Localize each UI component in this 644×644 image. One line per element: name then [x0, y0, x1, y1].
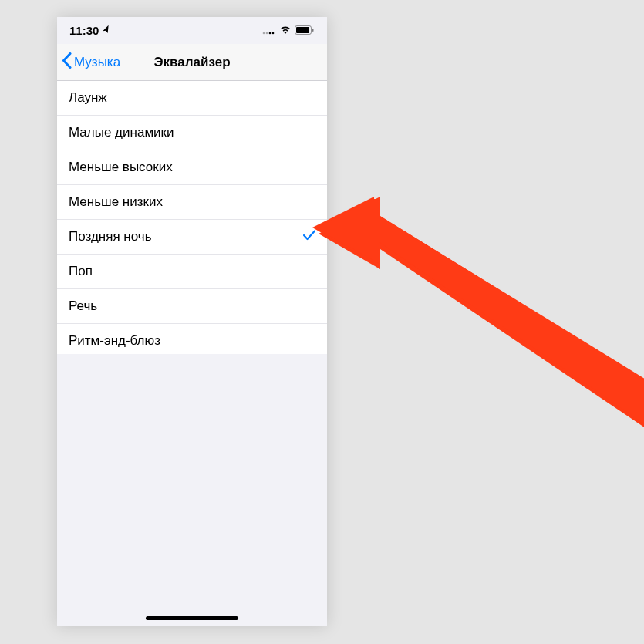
svg-point-2 [269, 32, 271, 35]
list-item-label: Меньше низких [69, 194, 163, 210]
list-item[interactable]: Поздняя ночь [57, 220, 327, 255]
back-button[interactable]: Музыка [62, 52, 120, 72]
list-item[interactable]: Меньше низких [57, 185, 327, 220]
list-item[interactable]: Меньше высоких [57, 150, 327, 185]
status-time: 11:30 [69, 24, 99, 37]
svg-rect-5 [296, 27, 309, 33]
list-item-label: Ритм-энд-блюз [69, 333, 160, 349]
list-item[interactable]: Ритм-энд-блюз [57, 324, 327, 354]
svg-point-1 [266, 32, 268, 35]
check-icon [303, 230, 315, 244]
status-right [262, 24, 315, 37]
location-icon [100, 24, 113, 37]
status-bar: 11:30 [57, 17, 327, 44]
annotation-arrow-icon [312, 197, 644, 451]
svg-point-0 [263, 32, 265, 35]
equalizer-list: ЛаунжМалые динамикиМеньше высокихМеньше … [57, 81, 327, 354]
list-item-label: Малые динамики [69, 125, 174, 140]
battery-icon [295, 24, 315, 37]
list-item[interactable]: Лаунж [57, 81, 327, 116]
wifi-icon [279, 24, 292, 37]
chevron-back-icon [62, 52, 72, 72]
list-item-label: Меньше высоких [69, 160, 173, 175]
annotation-arrow-icon [316, 199, 644, 446]
phone-screen: 11:30 [57, 17, 327, 626]
list-item[interactable]: Малые динамики [57, 116, 327, 150]
list-item-label: Поздняя ночь [69, 229, 152, 244]
svg-rect-6 [312, 29, 314, 32]
list-item-label: Поп [69, 264, 93, 279]
bottom-area [57, 354, 327, 627]
nav-header: Музыка Эквалайзер [57, 44, 327, 81]
status-left: 11:30 [69, 24, 111, 37]
back-label: Музыка [74, 55, 120, 70]
svg-marker-9 [316, 199, 644, 446]
list-item-label: Лаунж [69, 90, 107, 106]
svg-point-3 [272, 32, 275, 35]
svg-marker-7 [319, 203, 644, 451]
list-item[interactable]: Речь [57, 289, 327, 324]
svg-marker-8 [312, 197, 644, 451]
signal-icon [262, 24, 276, 37]
list-item-label: Речь [69, 298, 97, 314]
list-item[interactable]: Поп [57, 255, 327, 289]
home-indicator[interactable] [146, 616, 238, 620]
